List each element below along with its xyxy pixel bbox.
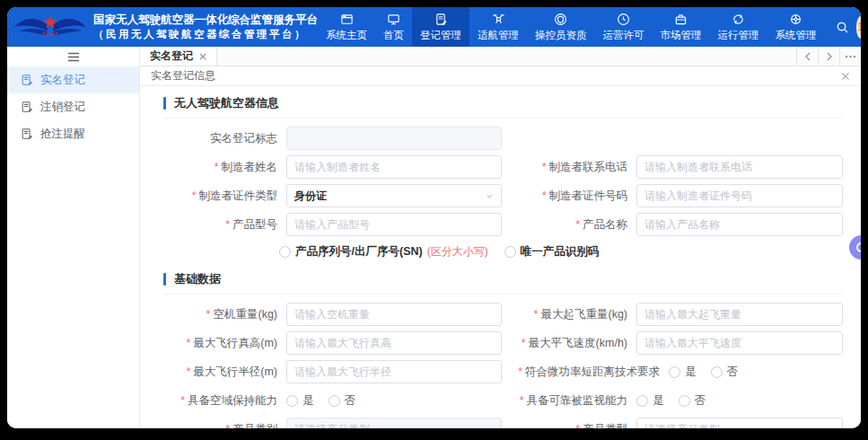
tab-scroll-left-icon[interactable] <box>796 47 818 66</box>
tab-more-actions-icon[interactable] <box>839 47 861 66</box>
nav-item-operation-permit[interactable]: 运营许可 <box>595 7 653 47</box>
required-asterisk: * <box>225 218 230 231</box>
micro-power-no-radio[interactable]: 否 <box>711 365 739 380</box>
product-name-input[interactable] <box>636 213 843 236</box>
max-level-speed-input[interactable] <box>636 331 843 355</box>
sidebar-item-squat-reminder[interactable]: 抢注提醒 <box>7 120 139 147</box>
sidebar: 实名登记 注销登记 抢注提醒 <box>7 47 140 428</box>
nav-item-operations-management[interactable]: 运行管理 <box>710 7 767 47</box>
field-label: *最大起飞重量(kg) <box>502 307 627 322</box>
section-title: 无人驾驶航空器信息 <box>174 95 279 111</box>
nav-label: 首页 <box>383 29 404 42</box>
tab-close-icon[interactable] <box>199 53 206 60</box>
avatar[interactable]: 1 <box>856 16 862 39</box>
gear-icon <box>789 13 802 26</box>
field-product-model: *产品型号 <box>158 213 502 236</box>
mfr-phone-input[interactable] <box>636 155 843 179</box>
select-placeholder: 请选择产品类型 <box>644 422 720 429</box>
sidebar-item-cancel-registration[interactable]: 注销登记 <box>7 93 139 120</box>
search-icon[interactable] <box>836 21 849 34</box>
mfr-name-input[interactable] <box>286 155 502 179</box>
micro-power-yes-radio[interactable]: 是 <box>669 365 697 380</box>
nav-label: 市场管理 <box>661 29 702 42</box>
field-max-radius: *最大飞行半径(m) <box>158 360 502 383</box>
field-mfr-id-type: *制造者证件类型 身份证 <box>158 184 502 207</box>
product-type-select[interactable]: 请选择产品类型 <box>636 418 843 428</box>
field-airspace-keep: *具备空域保持能力 是 否 <box>158 393 502 409</box>
case-sensitive-note: (区分大小写) <box>427 244 488 260</box>
form-row: *最大飞行半径(m) *符合微功率短距离技术要求 是 否 <box>158 357 861 386</box>
monitorable-no-radio[interactable]: 否 <box>679 393 706 409</box>
field-label: *产品类型 <box>502 422 627 429</box>
top-nav: 系统主页 首页 登记管理 适航管理 操控员资质 运营许可 <box>318 7 825 47</box>
mfr-id-no-input[interactable] <box>636 184 843 207</box>
nav-label: 运行管理 <box>718 29 759 42</box>
field-label: 实名登记标志 <box>158 131 277 146</box>
required-asterisk: * <box>575 218 580 231</box>
airspace-keep-no-radio[interactable]: 否 <box>329 393 356 409</box>
field-label: *最大平飞速度(km/h) <box>502 336 627 351</box>
tab-realname-registration[interactable]: 实名登记 <box>140 47 217 66</box>
serial-choice-row: 产品序列号/出厂序号(SN)(区分大小写) 唯一产品识别码 <box>279 239 861 264</box>
field-label: *产品类别 <box>158 422 277 429</box>
platform-title-line1: 国家无人驾驶航空器一体化综合监管服务平台 <box>93 13 318 28</box>
micro-power-radio-group: 是 否 <box>669 365 738 380</box>
doc-edit-icon <box>434 13 448 26</box>
required-asterisk: * <box>225 423 230 429</box>
sync-icon <box>732 13 745 26</box>
airspace-keep-yes-radio[interactable]: 是 <box>286 393 314 409</box>
main-area: 实名登记 实名登记信息 <box>140 47 861 428</box>
monitor-icon <box>387 13 400 26</box>
app-window: 国家无人驾驶航空器一体化综合监管服务平台 （民用无人驾驶航空器综合管理平台） 系… <box>7 7 861 428</box>
field-max-takeoff-weight: *最大起飞重量(kg) <box>502 303 843 326</box>
nav-item-airworthiness[interactable]: 适航管理 <box>469 7 527 47</box>
panel-close-icon[interactable] <box>841 72 850 81</box>
required-asterisk: * <box>186 337 190 349</box>
monitorable-yes-radio[interactable]: 是 <box>636 393 664 409</box>
chevron-down-icon <box>486 426 494 429</box>
required-asterisk: * <box>542 189 547 202</box>
product-model-input[interactable] <box>286 213 502 236</box>
radio-label: 产品序列号/出厂序号(SN) <box>295 244 423 260</box>
mfr-id-type-select[interactable]: 身份证 <box>286 184 502 207</box>
radio-label: 否 <box>727 365 739 380</box>
monitorable-radio-group: 是 否 <box>636 393 706 409</box>
nav-label: 登记管理 <box>420 29 461 42</box>
required-asterisk: * <box>575 423 580 429</box>
caac-wings-logo-icon <box>7 9 93 45</box>
customer-service-icon <box>856 242 861 252</box>
nav-label: 系统管理 <box>776 29 817 42</box>
select-placeholder: 请选择产品类别 <box>294 422 370 429</box>
section-title: 基础数据 <box>174 271 221 287</box>
form-row: *制造者证件类型 身份证 *制造者证件号码 <box>158 181 861 210</box>
max-radius-input[interactable] <box>286 360 502 383</box>
field-label: *空机重量(kg) <box>158 307 277 322</box>
form-row: *产品型号 *产品名称 <box>158 210 861 239</box>
nav-label: 适航管理 <box>478 29 519 42</box>
radio-label: 否 <box>345 393 356 409</box>
product-category-select: 请选择产品类别 <box>286 418 502 428</box>
tab-scroll-right-icon[interactable] <box>818 47 839 66</box>
max-true-height-input[interactable] <box>286 331 502 355</box>
form-row: *最大飞行真高(m) *最大平飞速度(km/h) <box>158 329 861 357</box>
sidebar-collapse-icon[interactable] <box>7 47 139 66</box>
nav-item-operator-qualification[interactable]: 操控员资质 <box>527 7 595 47</box>
upi-radio[interactable]: 唯一产品识别码 <box>504 244 600 260</box>
nav-item-registration[interactable]: 登记管理 <box>412 7 469 47</box>
empty-weight-input[interactable] <box>286 303 502 326</box>
reg-mark-input <box>286 127 502 150</box>
section-accent-bar <box>163 97 166 110</box>
max-takeoff-weight-input[interactable] <box>636 303 843 326</box>
nav-item-market-management[interactable]: 市场管理 <box>653 7 710 47</box>
nav-item-system-home[interactable]: 系统主页 <box>318 7 375 47</box>
section-uav-info: 无人驾驶航空器信息 <box>163 95 843 119</box>
nav-item-home[interactable]: 首页 <box>375 7 412 47</box>
nav-item-system-management[interactable]: 系统管理 <box>767 7 825 47</box>
sidebar-item-realname-registration[interactable]: 实名登记 <box>7 66 139 93</box>
field-micro-power: *符合微功率短距离技术要求 是 否 <box>502 365 738 380</box>
required-asterisk: * <box>542 161 547 173</box>
doc-register-icon <box>21 128 33 140</box>
sn-radio[interactable]: 产品序列号/出厂序号(SN)(区分大小写) <box>279 244 488 260</box>
radio-circle-icon <box>679 395 690 407</box>
briefcase-icon <box>674 13 688 26</box>
